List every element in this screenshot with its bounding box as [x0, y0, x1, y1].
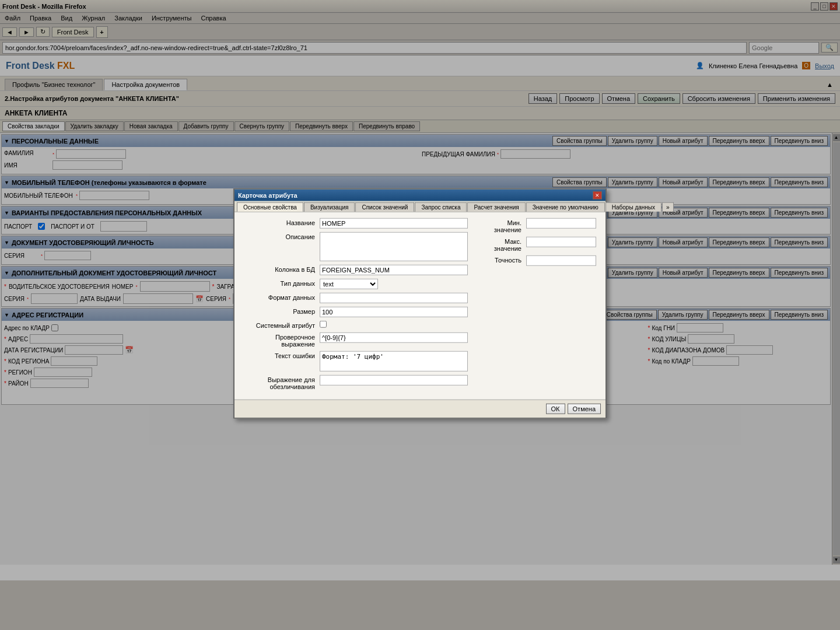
modal-field-validation: Проверочное выражение: [244, 332, 468, 348]
modal-obfuscate-label: Выражение для обезличивания: [244, 375, 320, 390]
modal-sysattr-check[interactable]: [320, 321, 327, 328]
modal-errtext-input[interactable]: Формат: '7 цифр': [320, 351, 468, 372]
modal-field-datatype: Тип данных text: [244, 279, 468, 289]
modal-field-dataformat: Формат данных: [244, 293, 468, 303]
modal-errtext-label: Текст ошибки: [244, 351, 320, 359]
modal-precision-label: Точность: [480, 256, 526, 264]
modal-field-description: Описание: [244, 232, 468, 261]
modal-validation-input[interactable]: [320, 332, 468, 343]
modal-datatype-select[interactable]: text: [320, 279, 378, 289]
modal-card: Карточка атрибута ✕ Основные свойства Ви…: [233, 188, 607, 419]
modal-title: Карточка атрибута: [238, 192, 298, 199]
modal-tabs: Основные свойства Визуализация Список зн…: [235, 201, 606, 212]
modal-validation-label: Проверочное выражение: [244, 332, 320, 348]
modal-tab-values[interactable]: Список значений: [355, 202, 414, 212]
modal-dataformat-label: Формат данных: [244, 293, 320, 301]
modal-dataformat-input[interactable]: [320, 293, 468, 303]
modal-desc-input[interactable]: [320, 232, 468, 261]
modal-ok-btn[interactable]: ОК: [546, 404, 565, 414]
modal-obfuscate-input[interactable]: [320, 375, 468, 386]
modal-name-label: Название: [244, 218, 320, 226]
modal-maxval-input[interactable]: [526, 237, 596, 247]
modal-field-sysattr: Системный атрибут: [244, 321, 468, 329]
modal-size-input[interactable]: [320, 307, 468, 317]
modal-maxval-label: Макс. значение: [480, 237, 526, 252]
modal-datatype-label: Тип данных: [244, 279, 320, 287]
modal-field-minval: Мин. значение: [480, 218, 596, 233]
modal-minval-label: Мин. значение: [480, 218, 526, 233]
modal-tab-more[interactable]: »: [662, 202, 674, 212]
modal-field-obfuscate: Выражение для обезличивания: [244, 375, 468, 390]
modal-tab-query[interactable]: Запрос списка: [415, 202, 467, 212]
modal-tab-calc[interactable]: Расчет значения: [467, 202, 525, 212]
modal-desc-label: Описание: [244, 232, 320, 240]
modal-name-input[interactable]: [320, 218, 468, 229]
modal-sysattr-label: Системный атрибут: [244, 321, 320, 329]
modal-cancel-btn[interactable]: Отмена: [568, 404, 601, 414]
modal-body: Название Описание Колонка в БД Тип данны…: [235, 212, 606, 400]
modal-tab-visual[interactable]: Визуализация: [304, 202, 355, 212]
modal-field-name: Название: [244, 218, 468, 229]
modal-titlebar: Карточка атрибута ✕: [235, 190, 606, 201]
modal-size-label: Размер: [244, 307, 320, 315]
modal-precision-input[interactable]: [526, 256, 596, 266]
modal-tab-default[interactable]: Значение по умолчанию: [526, 202, 605, 212]
modal-tab-datasets[interactable]: Наборы данных: [606, 202, 662, 212]
modal-dbcol-label: Колонка в БД: [244, 265, 320, 273]
modal-dbcol-input[interactable]: [320, 265, 468, 275]
modal-field-size: Размер: [244, 307, 468, 317]
modal-footer: ОК Отмена: [235, 400, 606, 418]
modal-minval-input[interactable]: [526, 218, 596, 229]
modal-tab-basic[interactable]: Основные свойства: [237, 202, 303, 212]
modal-field-errtext: Текст ошибки Формат: '7 цифр': [244, 351, 468, 372]
modal-field-dbcol: Колонка в БД: [244, 265, 468, 275]
modal-field-maxval: Макс. значение: [480, 237, 596, 252]
modal-close-btn[interactable]: ✕: [593, 191, 602, 200]
modal-field-precision: Точность: [480, 256, 596, 266]
